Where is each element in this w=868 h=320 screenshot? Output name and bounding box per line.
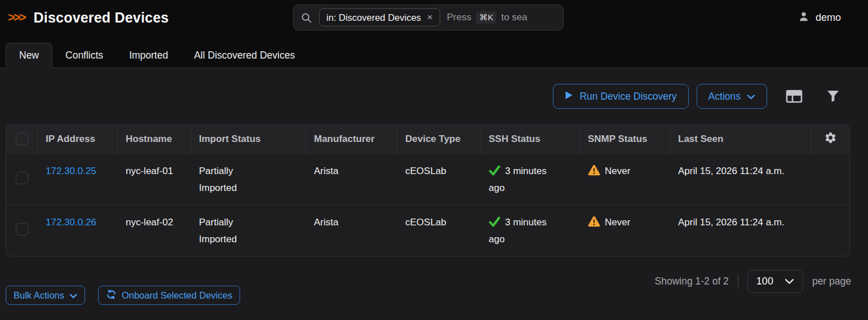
search-placeholder: Press ⌘K to sea [447,11,528,24]
table-toolbar: Run Device Discovery Actions [6,84,840,109]
last-seen: April 15, 2026 11:24 a.m. [678,214,785,231]
discovered-devices-table: IP Address Hostname Import Status Manufa… [6,125,850,256]
hostname: nyc-leaf-01 [126,163,173,180]
hostname: nyc-leaf-02 [126,214,173,231]
divider [738,274,738,289]
chevron-down-icon [747,91,755,103]
per-page-label: per page [812,275,851,287]
manufacturer: Arista [306,154,397,205]
manufacturer: Arista [306,205,397,256]
tab-all-discovered-devices[interactable]: All Discovered Devices [181,43,308,68]
page-size-select[interactable]: 100 [747,270,803,293]
table-header-row: IP Address Hostname Import Status Manufa… [6,125,849,153]
table-body: 172.30.0.25 nyc-leaf-01 Partially Import… [6,153,849,256]
chip-close-icon[interactable]: × [427,12,433,23]
chevron-down-icon [785,275,794,287]
play-icon [565,91,573,103]
table-row: 172.30.0.26 nyc-leaf-02 Partially Import… [6,205,849,256]
table-settings-gear-icon[interactable] [824,131,837,147]
sync-icon [106,289,117,302]
tab-new[interactable]: New [6,43,52,68]
warning-icon [588,216,600,227]
ip-address-link[interactable]: 172.30.0.25 [46,166,96,176]
column-header-import-status[interactable]: Import Status [191,125,306,153]
column-header-last-seen[interactable]: Last Seen [670,125,811,153]
bulk-actions-dropdown-button[interactable]: Bulk Actions [6,286,85,305]
user-icon [798,10,810,25]
ssh-status: 3 minutes ago [489,214,557,248]
check-icon [489,165,501,176]
tab-imported[interactable]: Imported [116,43,181,68]
check-icon [489,216,501,227]
select-all-checkbox[interactable] [16,133,28,145]
warning-icon [588,165,600,176]
snmp-status: Never [588,166,630,176]
discovered-devices-page: >>> Discovered Devices in: Discovered De… [0,0,868,320]
filter-icon[interactable] [826,90,840,103]
column-layout-icon[interactable] [786,90,803,103]
column-header-snmp-status[interactable]: SNMP Status [580,125,670,153]
import-status: Partially Imported [199,214,262,248]
page-title: Discovered Devices [34,10,169,26]
column-header-ip[interactable]: IP Address [38,125,118,153]
column-header-device-type[interactable]: Device Type [397,125,481,153]
kbd-shortcut: ⌘K [476,11,497,24]
device-type: cEOSLab [397,205,481,256]
row-checkbox[interactable] [16,223,28,235]
import-status: Partially Imported [199,163,262,197]
column-header-ssh-status[interactable]: SSH Status [481,125,580,153]
table-footer: Showing 1-2 of 2 100 per page Bulk Actio… [0,256,868,320]
run-device-discovery-button[interactable]: Run Device Discovery [553,84,688,109]
bulk-action-bar: Bulk Actions Onboard Selected Devices [6,286,240,305]
row-checkbox[interactable] [16,172,28,184]
username: demo [816,12,841,24]
search-scope-label: in: Discovered Devices [326,12,421,23]
search-scope-chip[interactable]: in: Discovered Devices × [319,8,440,26]
pagination: Showing 1-2 of 2 100 per page [655,270,851,293]
ssh-status: 3 minutes ago [489,163,557,197]
app-logo-icon[interactable]: >>> [8,10,25,25]
search-icon [300,12,312,24]
column-header-hostname[interactable]: Hostname [118,125,191,153]
snmp-status: Never [588,217,630,228]
tab-conflicts[interactable]: Conflicts [52,43,116,68]
last-seen: April 15, 2026 11:24 a.m. [678,163,785,180]
global-search-input[interactable]: in: Discovered Devices × Press ⌘K to sea [293,5,564,30]
ip-address-link[interactable]: 172.30.0.26 [46,217,96,228]
showing-count: Showing 1-2 of 2 [655,275,729,287]
onboard-selected-devices-button[interactable]: Onboard Selected Devices [98,286,240,305]
user-menu[interactable]: demo [798,10,841,25]
column-header-manufacturer[interactable]: Manufacturer [306,125,397,153]
top-bar: >>> Discovered Devices in: Discovered De… [0,0,868,35]
tab-bar: New Conflicts Imported All Discovered De… [0,35,868,68]
device-type: cEOSLab [397,154,481,205]
table-row: 172.30.0.25 nyc-leaf-01 Partially Import… [6,153,849,205]
chevron-down-icon [69,290,77,301]
actions-dropdown-button[interactable]: Actions [697,84,767,109]
